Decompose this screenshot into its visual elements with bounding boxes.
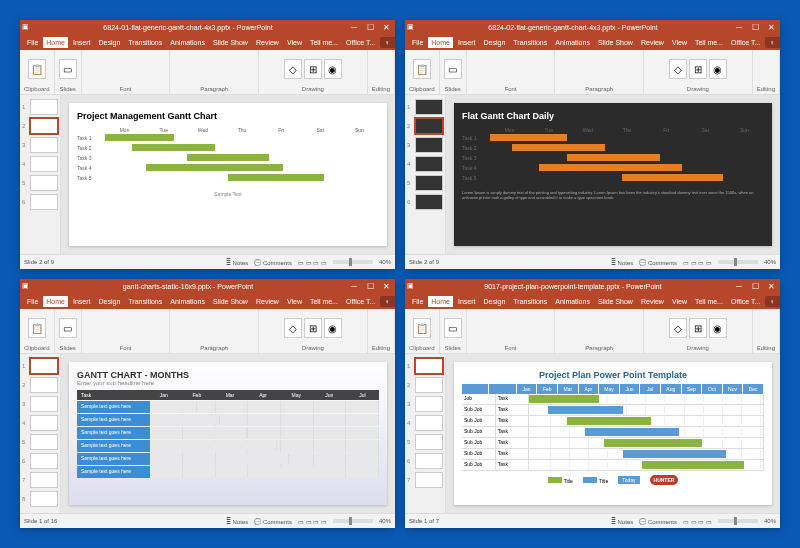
- notes-button[interactable]: ≣ Notes: [226, 259, 248, 266]
- thumbnail[interactable]: 5: [407, 434, 443, 450]
- menu-slideshow[interactable]: Slide Show: [595, 37, 636, 48]
- paste-icon[interactable]: 📋: [413, 318, 431, 338]
- comments-button[interactable]: 💬 Comments: [639, 518, 677, 525]
- maximize-button[interactable]: ☐: [748, 21, 762, 33]
- shapes-icon[interactable]: ◇: [669, 318, 687, 338]
- shapes-icon[interactable]: ◇: [284, 318, 302, 338]
- thumbnail[interactable]: 7: [22, 472, 58, 488]
- thumbnail[interactable]: 6: [407, 194, 443, 210]
- menu-home[interactable]: Home: [428, 37, 453, 48]
- zoom-slider[interactable]: [718, 260, 758, 264]
- thumbnail[interactable]: 3: [407, 137, 443, 153]
- menu-transitions[interactable]: Transitions: [125, 37, 165, 48]
- quickstyle-icon[interactable]: ◉: [324, 318, 342, 338]
- menu-transitions[interactable]: Transitions: [125, 296, 165, 307]
- menu-file[interactable]: File: [409, 296, 426, 307]
- menu-view[interactable]: View: [284, 37, 305, 48]
- maximize-button[interactable]: ☐: [363, 280, 377, 292]
- menu-tellme[interactable]: Tell me...: [307, 37, 341, 48]
- menu-animations[interactable]: Animations: [552, 296, 593, 307]
- menu-file[interactable]: File: [24, 296, 41, 307]
- titlebar[interactable]: ▣gantt-charts-static-16x9.pptx - PowerPo…: [20, 279, 395, 293]
- zoom-slider[interactable]: [333, 260, 373, 264]
- menu-review[interactable]: Review: [253, 296, 282, 307]
- close-button[interactable]: ✕: [764, 280, 778, 292]
- arrange-icon[interactable]: ⊞: [689, 59, 707, 79]
- slide-canvas[interactable]: GANTT CHART - MONTHS Enter your sub head…: [69, 362, 387, 505]
- menu-office[interactable]: Office T...: [343, 37, 378, 48]
- menu-design[interactable]: Design: [480, 296, 508, 307]
- thumbnail[interactable]: 5: [407, 175, 443, 191]
- thumbnail[interactable]: 6: [407, 453, 443, 469]
- titlebar[interactable]: ▣9017-project-plan-powerpoint-template.p…: [405, 279, 780, 293]
- close-button[interactable]: ✕: [764, 21, 778, 33]
- menu-animations[interactable]: Animations: [167, 296, 208, 307]
- slide-canvas[interactable]: Project Plan Power Point Template JanFeb…: [454, 362, 772, 505]
- view-icons[interactable]: ▭ ▭ ▭ ▭: [298, 518, 327, 525]
- thumbnail[interactable]: 1: [407, 358, 443, 374]
- share-button[interactable]: ♀ Share: [380, 37, 395, 48]
- paste-icon[interactable]: 📋: [413, 59, 431, 79]
- slide-canvas[interactable]: Flat Gantt Chart Daily MonTueWedThuFriSa…: [454, 103, 772, 246]
- menu-review[interactable]: Review: [253, 37, 282, 48]
- newslide-icon[interactable]: ▭: [59, 318, 77, 338]
- menu-design[interactable]: Design: [95, 37, 123, 48]
- thumbnail[interactable]: 2: [22, 118, 58, 134]
- titlebar[interactable]: ▣6824-01-flat-generic-gantt-chart-4x3.pp…: [20, 20, 395, 34]
- thumbnail[interactable]: 7: [407, 472, 443, 488]
- thumbnail[interactable]: 3: [407, 396, 443, 412]
- menu-animations[interactable]: Animations: [167, 37, 208, 48]
- zoom-slider[interactable]: [718, 519, 758, 523]
- menu-review[interactable]: Review: [638, 296, 667, 307]
- quickstyle-icon[interactable]: ◉: [709, 318, 727, 338]
- close-button[interactable]: ✕: [379, 21, 393, 33]
- view-icons[interactable]: ▭ ▭ ▭ ▭: [683, 259, 712, 266]
- quickstyle-icon[interactable]: ◉: [324, 59, 342, 79]
- thumbnail[interactable]: 2: [407, 118, 443, 134]
- minimize-button[interactable]: ─: [347, 21, 361, 33]
- menu-tellme[interactable]: Tell me...: [692, 296, 726, 307]
- notes-button[interactable]: ≣ Notes: [611, 259, 633, 266]
- menu-slideshow[interactable]: Slide Show: [210, 296, 251, 307]
- thumbnail[interactable]: 1: [407, 99, 443, 115]
- view-icons[interactable]: ▭ ▭ ▭ ▭: [298, 259, 327, 266]
- zoom-slider[interactable]: [333, 519, 373, 523]
- menu-design[interactable]: Design: [95, 296, 123, 307]
- menu-animations[interactable]: Animations: [552, 37, 593, 48]
- menu-insert[interactable]: Insert: [455, 37, 479, 48]
- comments-button[interactable]: 💬 Comments: [254, 259, 292, 266]
- thumbnail[interactable]: 3: [22, 396, 58, 412]
- menu-insert[interactable]: Insert: [70, 37, 94, 48]
- menu-insert[interactable]: Insert: [455, 296, 479, 307]
- thumbnail[interactable]: 5: [22, 175, 58, 191]
- menu-view[interactable]: View: [669, 296, 690, 307]
- menu-review[interactable]: Review: [638, 37, 667, 48]
- menu-home[interactable]: Home: [43, 37, 68, 48]
- thumbnail[interactable]: 4: [407, 415, 443, 431]
- thumbnail[interactable]: 1: [22, 99, 58, 115]
- thumbnail[interactable]: 2: [22, 377, 58, 393]
- menu-office[interactable]: Office T...: [343, 296, 378, 307]
- thumbnail[interactable]: 6: [22, 453, 58, 469]
- menu-view[interactable]: View: [669, 37, 690, 48]
- thumbnail[interactable]: 4: [407, 156, 443, 172]
- thumbnail[interactable]: 5: [22, 434, 58, 450]
- thumbnail[interactable]: 6: [22, 194, 58, 210]
- minimize-button[interactable]: ─: [732, 280, 746, 292]
- slide-canvas[interactable]: Project Management Gantt Chart MonTueWed…: [69, 103, 387, 246]
- arrange-icon[interactable]: ⊞: [304, 318, 322, 338]
- thumbnail[interactable]: 3: [22, 137, 58, 153]
- quickstyle-icon[interactable]: ◉: [709, 59, 727, 79]
- menu-design[interactable]: Design: [480, 37, 508, 48]
- paste-icon[interactable]: 📋: [28, 59, 46, 79]
- arrange-icon[interactable]: ⊞: [304, 59, 322, 79]
- newslide-icon[interactable]: ▭: [444, 59, 462, 79]
- thumbnail[interactable]: 8: [22, 491, 58, 507]
- newslide-icon[interactable]: ▭: [444, 318, 462, 338]
- shapes-icon[interactable]: ◇: [669, 59, 687, 79]
- menu-slideshow[interactable]: Slide Show: [210, 37, 251, 48]
- menu-file[interactable]: File: [24, 37, 41, 48]
- menu-office[interactable]: Office T...: [728, 296, 763, 307]
- share-button[interactable]: ♀ Share: [380, 296, 395, 307]
- menu-file[interactable]: File: [409, 37, 426, 48]
